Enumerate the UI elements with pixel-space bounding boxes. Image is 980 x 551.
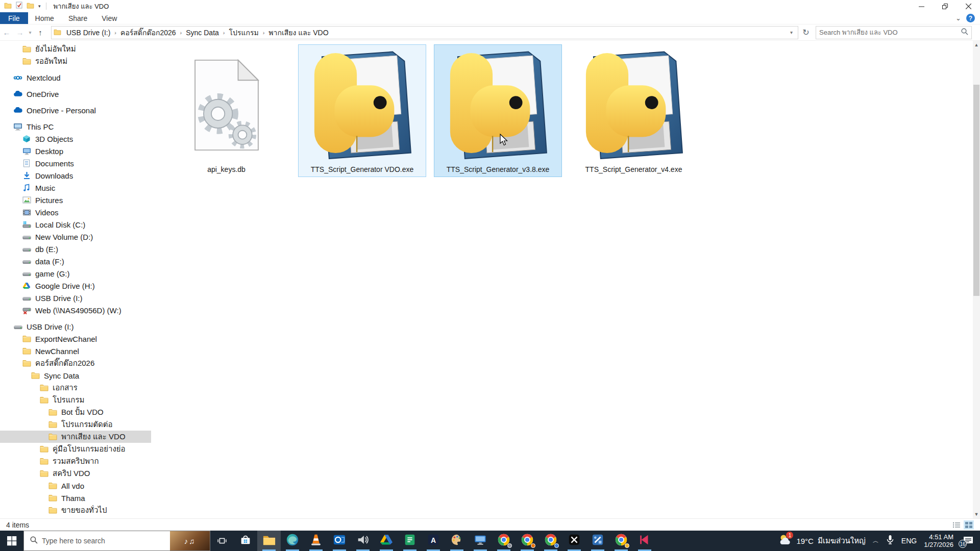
sidebar-item-usb-drive-i[interactable]: USB Drive (I:) [0,292,151,304]
file-item[interactable]: TTS_Script_Generator VDO.exe [298,44,426,177]
taskbar-app-audio-app[interactable] [351,531,375,551]
help-icon[interactable]: ? [966,14,975,22]
ribbon-tab-share[interactable]: Share [61,12,94,24]
ribbon-tab-file[interactable]: File [0,12,28,24]
sidebar-item-newchannel[interactable]: NewChannel [0,345,151,357]
taskbar-app-file-explorer[interactable] [257,531,281,551]
sidebar-item-pictures[interactable]: Pictures [0,194,151,206]
properties-icon[interactable] [16,2,22,11]
search-box[interactable] [816,26,972,39]
taskbar-app-chrome[interactable] [539,531,562,551]
sidebar-item-[interactable]: ยังไม่อัพใหม่ [0,43,151,55]
sidebar-item-usb-drive-i[interactable]: USB Drive (I:) [0,320,151,333]
search-icon[interactable] [961,28,968,37]
sidebar-item-[interactable]: คู่มือโปรแกรมอย่างย่อ [0,443,151,455]
breadcrumb-segment[interactable]: โปรแกรม [226,27,261,38]
notification-center-icon[interactable]: 16 [961,536,976,546]
ribbon-collapse-icon[interactable]: ⌄ [955,14,961,22]
sidebar-item-this-pc[interactable]: This PC [0,120,151,133]
taskbar-search[interactable]: ♪♫ [23,531,210,551]
taskbar-app-store[interactable] [234,531,257,551]
sidebar-item-local-disk-c[interactable]: Local Disk (C:) [0,218,151,231]
sidebar-item-google-drive-h[interactable]: Google Drive (H:) [0,280,151,292]
taskbar-app-google-drive[interactable] [375,531,398,551]
icons-view-icon[interactable] [964,520,974,530]
sidebar-item-thama[interactable]: Thama [0,492,151,504]
address-bar[interactable]: USB Drive (I:)›คอร์สติ๊กต๊อก2026›Sync Da… [51,26,798,39]
taskbar-app-x-app[interactable] [562,531,586,551]
sidebar-item-videos[interactable]: Videos [0,206,151,218]
taskbar-app-green-document[interactable] [398,531,422,551]
sidebar-item-data-f[interactable]: data (F:) [0,255,151,267]
sidebar-item-exportnewchanel[interactable]: ExportNewChanel [0,333,151,345]
breadcrumb-segment[interactable]: USB Drive (I:) [63,29,113,37]
sidebar-item-documents[interactable]: Documents [0,157,151,169]
sidebar-item-db-e[interactable]: db (E:) [0,243,151,255]
search-input[interactable] [819,29,961,36]
sidebar-item-onedrive-personal[interactable]: OneDrive - Personal [0,104,151,116]
sidebar-item-desktop[interactable]: Desktop [0,145,151,157]
file-item[interactable]: TTS_Script_Generator_v4.exe [570,44,698,177]
sidebar-item-[interactable]: ขายของทั่วไป [0,504,151,516]
taskbar-app-chrome[interactable] [492,531,516,551]
close-button[interactable] [957,0,980,12]
file-list[interactable]: api_keys.dbTTS_Script_Generator VDO.exeT… [151,41,980,518]
taskbar-app-sql-tool[interactable] [586,531,609,551]
sidebar-item-[interactable]: โปรแกรมตัดต่อ [0,418,151,431]
microphone-icon[interactable] [886,535,894,547]
sidebar-item-[interactable]: รวมสคริปพาก [0,455,151,467]
clock[interactable]: 4:51 AM 1/27/2026 [924,533,953,548]
recent-locations-chevron-icon[interactable]: ▾ [27,30,34,35]
sidebar-item-[interactable]: โปรแกรม [0,394,151,406]
taskbar-app-outlook[interactable] [328,531,351,551]
taskbar-app-chrome[interactable] [609,531,633,551]
sidebar-item-[interactable]: เอกสาร [0,382,151,394]
sidebar-item-downloads[interactable]: Downloads [0,169,151,182]
sidebar-item-vdo[interactable]: พากเสียง และ VDO [0,431,151,443]
weather-widget[interactable]: 1 19°C มีเมฆส่วนใหญ่ [779,534,865,548]
file-item[interactable]: TTS_Script_Generator_v3.8.exe [434,44,562,177]
customize-quick-access-icon[interactable]: ▾ [38,4,41,9]
breadcrumb-separator-icon[interactable]: › [113,30,117,36]
up-arrow-icon[interactable]: ↑ [34,28,47,37]
breadcrumb-separator-icon[interactable]: › [179,30,183,36]
task-view-button[interactable] [210,531,234,551]
taskbar-app-media-red[interactable] [633,531,656,551]
sidebar-item-web-nas49056d-w[interactable]: Web (\\NAS49056D) (W:) [0,304,151,316]
search-highlight-art[interactable]: ♪♫ [170,531,210,550]
restore-button[interactable] [933,0,957,12]
sidebar-item-music[interactable]: Music [0,182,151,194]
taskbar-app-remote-desktop[interactable] [469,531,492,551]
sidebar-item-3d-objects[interactable]: 3D Objects [0,133,151,145]
hidden-icons-chevron-icon[interactable]: ︿ [873,537,879,545]
breadcrumb-separator-icon[interactable]: › [262,30,266,36]
sidebar-item-[interactable]: รออัพใหม่ [0,55,151,67]
sidebar-item-2026[interactable]: คอร์สติ๊กต๊อก2026 [0,357,151,369]
taskbar-app-app-a[interactable]: A [422,531,445,551]
breadcrumb-segment[interactable]: คอร์สติ๊กต๊อก2026 [117,27,179,38]
back-arrow-icon[interactable]: ← [0,28,13,37]
sidebar-item-new-volume-d[interactable]: New Volume (D:) [0,231,151,243]
address-dropdown-icon[interactable]: ▾ [787,30,796,35]
language-indicator[interactable]: ENG [901,537,917,545]
sidebar-item-all-vdo[interactable]: All vdo [0,480,151,492]
ribbon-tab-home[interactable]: Home [28,12,61,24]
sidebar-item-vdo[interactable]: สคริป VDO [0,467,151,480]
breadcrumb-segment[interactable]: พากเสียง และ VDO [265,27,331,38]
taskbar-search-input[interactable] [42,537,170,545]
file-item[interactable]: api_keys.db [162,44,290,177]
refresh-icon[interactable]: ↻ [799,26,813,39]
sidebar-item-sync-data[interactable]: Sync Data [0,369,151,382]
sidebar-item-bot-vdo[interactable]: Bot ปั้ม VDO [0,406,151,418]
taskbar-app-chrome[interactable] [516,531,539,551]
sidebar-item-onedrive[interactable]: OneDrive [0,88,151,100]
sidebar-item-nextcloud[interactable]: Nextcloud [0,71,151,84]
forward-arrow-icon[interactable]: → [13,28,27,37]
breadcrumb-segment[interactable]: Sync Data [183,29,222,37]
details-view-icon[interactable] [951,520,962,530]
taskbar-app-vlc[interactable] [304,531,328,551]
minimize-button[interactable] [910,0,933,12]
taskbar-app-edge[interactable] [281,531,304,551]
taskbar-app-paint-palette[interactable] [445,531,469,551]
sidebar-item-game-g[interactable]: game (G:) [0,267,151,280]
